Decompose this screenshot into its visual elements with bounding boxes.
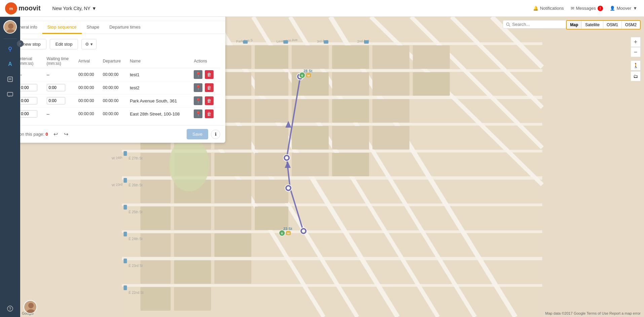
interval-cell-3[interactable] xyxy=(16,94,44,107)
gear-button[interactable]: ⚙ ▾ xyxy=(81,39,97,49)
notifications-link[interactable]: 🔔 Notifications xyxy=(533,6,564,11)
sidebar-item-location[interactable] xyxy=(3,42,17,56)
routes-icon: A xyxy=(8,61,12,67)
info-button[interactable]: ℹ xyxy=(211,130,220,139)
svg-text:E 24th St: E 24th St xyxy=(129,237,143,241)
stops-table: Interval(mm:ss) Waiting time(mm:ss) Arri… xyxy=(8,54,220,120)
svg-rect-73 xyxy=(255,180,289,203)
waiting-input-2[interactable] xyxy=(47,84,65,91)
svg-rect-47 xyxy=(332,72,369,96)
save-button[interactable]: Save xyxy=(187,129,208,139)
col-departure: Departure xyxy=(100,54,127,68)
svg-point-94 xyxy=(287,186,290,190)
svg-rect-37 xyxy=(255,45,289,69)
delete-btn-2[interactable]: 🗑 xyxy=(205,83,214,92)
sidebar-avatar[interactable] xyxy=(3,20,17,34)
arrival-cell-1: 00:00:00 xyxy=(76,68,100,81)
interval-input-2[interactable] xyxy=(19,84,37,91)
svg-rect-135 xyxy=(124,151,127,156)
waiting-cell-2[interactable] xyxy=(44,81,76,94)
logo-text: moovit xyxy=(18,4,41,12)
user-icon: 👤 xyxy=(610,6,615,11)
interval-cell-1: -- xyxy=(16,68,44,81)
zoom-in-btn[interactable]: + xyxy=(631,37,641,47)
waiting-cell-3[interactable] xyxy=(44,94,76,107)
svg-text:M: M xyxy=(287,232,290,235)
map-type-satellite[interactable]: Satellite xyxy=(582,21,603,29)
svg-rect-66 xyxy=(215,153,252,176)
pegman-btn[interactable]: 🚶 xyxy=(631,60,641,71)
map-type-osm1[interactable]: OSM1 xyxy=(603,21,622,29)
tab-shape[interactable]: Shape xyxy=(82,21,105,34)
redo-button[interactable]: ↪ xyxy=(62,130,71,139)
svg-rect-53 xyxy=(255,99,289,123)
actions-cell-1: 📍 🗑 xyxy=(191,68,220,81)
svg-rect-60 xyxy=(255,126,289,149)
interval-input-3[interactable] xyxy=(19,97,37,104)
svg-rect-84 xyxy=(141,287,171,311)
interval-cell-2[interactable] xyxy=(16,81,44,94)
svg-rect-79 xyxy=(174,233,211,257)
svg-text:?: ? xyxy=(9,307,11,311)
svg-rect-63 xyxy=(373,126,410,149)
svg-rect-140 xyxy=(124,285,127,290)
delete-btn-3[interactable]: 🗑 xyxy=(205,96,214,105)
pin-btn-1[interactable]: 📍 xyxy=(194,70,202,79)
svg-rect-45 xyxy=(255,72,289,96)
edits-count: 0 xyxy=(46,132,48,137)
svg-rect-133 xyxy=(364,40,369,44)
sidebar-expand-btn[interactable]: › xyxy=(17,40,24,47)
delete-btn-1[interactable]: 🗑 xyxy=(205,70,214,79)
bottom-avatar[interactable] xyxy=(24,300,37,314)
zoom-out-btn[interactable]: − xyxy=(631,47,641,57)
waiting-cell-1: -- xyxy=(44,68,76,81)
interval-input-4[interactable] xyxy=(19,110,37,118)
svg-point-141 xyxy=(506,23,509,26)
city-dropdown-icon: ▼ xyxy=(92,6,97,11)
col-interval: Interval(mm:ss) xyxy=(16,54,44,68)
user-menu[interactable]: 👤 Moover ▼ xyxy=(610,6,637,11)
waiting-input-3[interactable] xyxy=(47,97,65,104)
interval-cell-4[interactable] xyxy=(16,107,44,121)
svg-rect-49 xyxy=(413,72,450,96)
svg-rect-75 xyxy=(174,207,211,230)
sidebar-item-help[interactable]: ? xyxy=(3,304,17,317)
map-controls: 🚶 🗂 xyxy=(631,60,641,81)
svg-point-92 xyxy=(285,156,289,160)
delete-btn-4[interactable]: 🗑 xyxy=(205,109,214,118)
undo-button[interactable]: ↩ xyxy=(51,130,60,139)
map-type-osm2[interactable]: OSM2 xyxy=(622,21,640,29)
svg-rect-130 xyxy=(243,40,248,44)
svg-rect-138 xyxy=(124,232,127,236)
sidebar-item-messages[interactable] xyxy=(3,88,17,101)
tab-stop-sequence[interactable]: Stop sequence xyxy=(42,21,82,34)
city-selector[interactable]: New York City, NY ▼ xyxy=(52,6,97,11)
table-row: 2 00:00:00 00:00:00 test2 📍 🗑 xyxy=(8,81,220,94)
pin-btn-2[interactable]: 📍 xyxy=(194,83,202,92)
svg-text:6: 6 xyxy=(301,74,303,77)
moovit-logo[interactable]: m moovit xyxy=(5,2,41,14)
panel-content: Add new stop Edit stop ⚙ ▾ Interval(mm:s… xyxy=(3,34,225,125)
col-actions: Actions xyxy=(191,54,220,68)
svg-rect-38 xyxy=(292,45,329,69)
sidebar-item-routes[interactable]: A xyxy=(3,57,17,71)
gear-icon: ⚙ xyxy=(85,42,89,47)
map-type-map[interactable]: Map xyxy=(567,21,582,29)
name-cell-1: test1 xyxy=(127,68,191,81)
pin-btn-4[interactable]: 📍 xyxy=(194,109,202,118)
sidebar-item-files[interactable] xyxy=(3,73,17,86)
map-search-input[interactable] xyxy=(512,22,563,27)
messages-link[interactable]: ✉ Messages 1 xyxy=(571,6,603,11)
actions-cell-2: 📍 🗑 xyxy=(191,81,220,94)
actions-cell-4: 📍 🗑 xyxy=(191,107,220,121)
actions-cell-3: 📍 🗑 xyxy=(191,94,220,107)
name-cell-3: Park Avenue South, 361 xyxy=(127,94,191,107)
user-label: Moover xyxy=(617,6,631,11)
svg-text:W 23rd: W 23rd xyxy=(112,182,123,187)
tab-departure-times[interactable]: Departure times xyxy=(104,21,145,34)
sidebar: › A ? xyxy=(0,17,20,317)
pin-btn-3[interactable]: 📍 xyxy=(194,96,202,105)
edit-stop-button[interactable]: Edit stop xyxy=(50,39,78,49)
layers-btn[interactable]: 🗂 xyxy=(631,71,641,81)
svg-text:6: 6 xyxy=(281,232,283,235)
